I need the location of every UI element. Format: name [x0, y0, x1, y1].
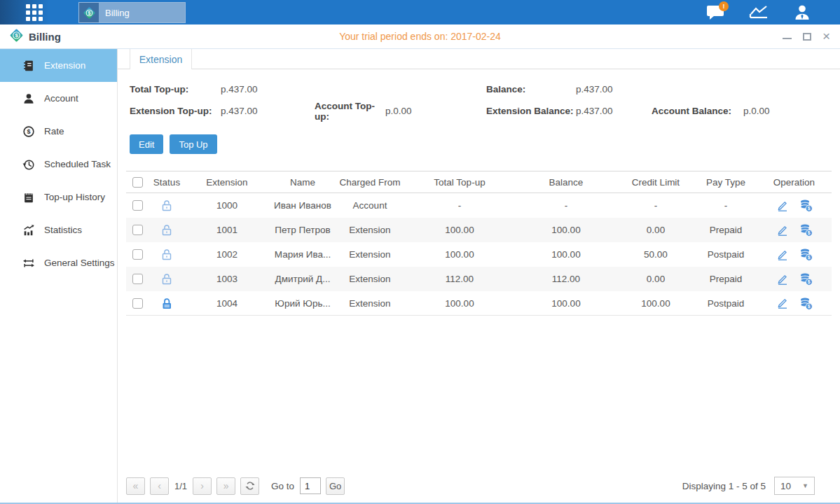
- cell-extension: 1003: [185, 274, 269, 284]
- extension-balance-label: Extension Balance:: [486, 106, 576, 116]
- maximize-button[interactable]: [803, 33, 811, 41]
- grid-icon: [25, 4, 43, 22]
- page-size-select[interactable]: 10 ▼: [774, 477, 815, 495]
- content-tabbar: Extension: [118, 49, 840, 69]
- next-page-button[interactable]: ›: [193, 477, 212, 495]
- cell-total-topup: -: [404, 200, 516, 211]
- table-row[interactable]: 1003 Дмитрий Д... Extension 112.00 112.0…: [126, 267, 832, 291]
- rate-dollar-icon: $: [22, 125, 35, 138]
- column-header-extension: Extension: [185, 177, 269, 188]
- sidebar-item-general-settings[interactable]: General Settings: [0, 246, 117, 279]
- top-up-extension-icon[interactable]: $: [799, 199, 813, 212]
- sidebar-item-label: Account: [44, 93, 78, 104]
- sidebar-item-label: Top-up History: [44, 192, 105, 202]
- svg-text:$: $: [27, 128, 30, 135]
- goto-page-input[interactable]: [300, 477, 321, 494]
- close-button[interactable]: ×: [822, 31, 830, 41]
- last-page-button[interactable]: »: [216, 477, 235, 495]
- pagination-bar: « ‹ 1/1 › » Go to Go Displaying: [126, 476, 832, 496]
- table-row[interactable]: 1002 Мария Ива... Extension 100.00 100.0…: [126, 242, 832, 267]
- row-checkbox[interactable]: [132, 249, 143, 260]
- account-balance-label: Account Balance:: [652, 106, 743, 116]
- cell-name: Мария Ива...: [269, 249, 336, 260]
- sidebar-item-label: Statistics: [44, 225, 82, 235]
- topbar-tab-billing[interactable]: $ Billing: [78, 2, 186, 23]
- statistics-chart-icon: [22, 224, 35, 237]
- account-balance-value: p.0.00: [743, 106, 840, 116]
- sidebar-item-account[interactable]: Account: [0, 82, 117, 115]
- sidebar-item-rate[interactable]: $ Rate: [0, 115, 117, 148]
- cell-name: Иван Иванов: [269, 200, 336, 211]
- row-checkbox[interactable]: [132, 225, 143, 235]
- column-header-total-topup: Total Top-up: [404, 177, 516, 188]
- top-up-extension-icon[interactable]: $: [799, 223, 813, 237]
- column-header-operation: Operation: [757, 177, 832, 188]
- top-up-button[interactable]: Top Up: [170, 134, 216, 154]
- locked-icon: [160, 297, 174, 310]
- app-launcher-grid-icon[interactable]: [25, 4, 43, 22]
- top-up-extension-icon[interactable]: $: [799, 272, 813, 286]
- balance-label: Balance:: [486, 84, 576, 94]
- cell-balance: 100.00: [516, 298, 617, 309]
- edit-button[interactable]: Edit: [130, 134, 163, 154]
- extension-book-icon: [22, 59, 35, 72]
- cell-credit-limit: -: [617, 200, 695, 211]
- edit-extension-icon[interactable]: [776, 248, 789, 261]
- column-header-name: Name: [269, 177, 336, 188]
- cell-balance: 112.00: [516, 274, 617, 284]
- extension-balance-value: p.437.00: [576, 106, 652, 116]
- minimize-button[interactable]: [783, 34, 792, 39]
- billing-app-window: $ Billing !: [0, 0, 840, 504]
- sidebar-item-statistics[interactable]: Statistics: [0, 214, 117, 246]
- table-body: 1000 Иван Иванов Account - - - - $: [126, 193, 832, 316]
- table-row[interactable]: 1001 Петр Петров Extension 100.00 100.00…: [126, 218, 832, 242]
- cell-charged-from: Extension: [336, 298, 404, 309]
- page-indicator: 1/1: [174, 481, 187, 491]
- window-controls: ×: [783, 24, 830, 48]
- sidebar-item-label: Rate: [44, 126, 64, 136]
- unlocked-icon: [160, 248, 174, 261]
- column-header-credit-limit: Credit Limit: [617, 177, 695, 188]
- cell-credit-limit: 100.00: [617, 298, 695, 309]
- refresh-icon: [245, 481, 255, 491]
- cell-pay-type: -: [695, 200, 757, 211]
- cell-charged-from: Account: [336, 200, 404, 211]
- select-all-checkbox[interactable]: [132, 177, 143, 188]
- table-row[interactable]: 1000 Иван Иванов Account - - - - $: [126, 193, 832, 218]
- user-button[interactable]: [792, 3, 812, 22]
- trial-notice: Your trial period ends on: 2017-02-24: [0, 31, 840, 42]
- cell-status: [149, 223, 185, 237]
- svg-text:$: $: [15, 32, 18, 38]
- tab-extension[interactable]: Extension: [130, 49, 192, 69]
- extension-topup-value: p.437.00: [221, 106, 315, 116]
- edit-extension-icon[interactable]: [776, 224, 789, 237]
- cell-status: [149, 297, 185, 310]
- refresh-button[interactable]: [240, 477, 259, 495]
- table-row[interactable]: 1004 Юрий Юрь... Extension 100.00 100.00…: [126, 291, 832, 316]
- notification-badge: !: [719, 1, 729, 11]
- edit-extension-icon[interactable]: [776, 297, 789, 309]
- top-up-extension-icon[interactable]: $: [799, 248, 813, 261]
- row-checkbox[interactable]: [132, 298, 143, 309]
- edit-extension-icon[interactable]: [776, 200, 789, 212]
- first-page-button[interactable]: «: [126, 477, 145, 495]
- reports-button[interactable]: [749, 3, 769, 22]
- svg-text:$: $: [807, 279, 810, 285]
- top-up-extension-icon[interactable]: $: [799, 297, 813, 310]
- prev-page-button[interactable]: ‹: [150, 477, 169, 495]
- cell-balance: 100.00: [516, 225, 617, 235]
- go-button[interactable]: Go: [326, 477, 345, 495]
- cell-charged-from: Extension: [336, 274, 404, 284]
- row-checkbox[interactable]: [132, 200, 143, 211]
- account-topup-label: Account Top-up:: [315, 101, 385, 122]
- edit-extension-icon[interactable]: [776, 273, 789, 286]
- cell-name: Юрий Юрь...: [269, 298, 336, 309]
- notifications-button[interactable]: !: [705, 3, 725, 22]
- cell-extension: 1000: [185, 200, 269, 211]
- sidebar-item-top-up-history[interactable]: Top-up History: [0, 181, 117, 214]
- sidebar-item-extension[interactable]: Extension: [0, 49, 117, 82]
- sidebar-item-scheduled-task[interactable]: Scheduled Task: [0, 148, 117, 181]
- line-chart-icon: [749, 4, 769, 21]
- row-checkbox[interactable]: [132, 274, 143, 284]
- displaying-info: Displaying 1 - 5 of 5: [682, 481, 766, 491]
